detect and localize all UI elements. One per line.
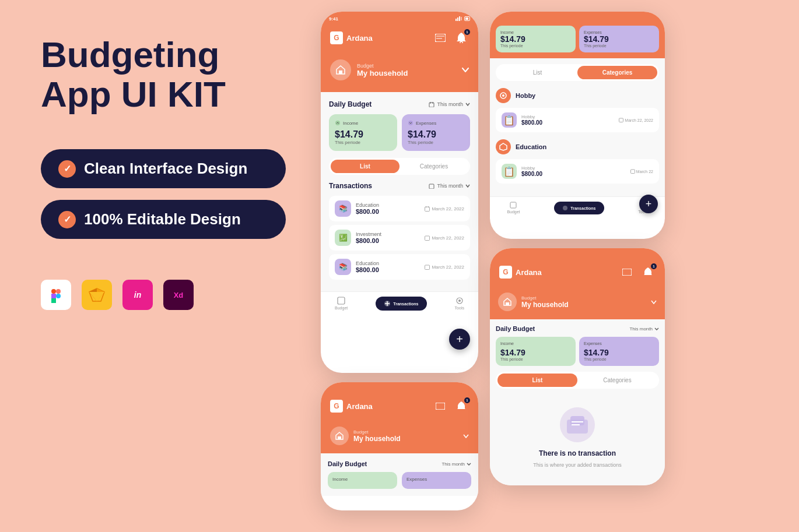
svg-point-27 <box>408 121 413 125</box>
trans-icon-1: 📚 <box>335 200 351 217</box>
tab-bar: List Categories <box>329 158 470 175</box>
category-hobby: Hobby 📋 Hobby $800.00 March 22, 2 <box>496 88 659 132</box>
income-label-bl: Income <box>332 477 393 482</box>
svg-rect-48 <box>510 202 516 208</box>
phone-main-header: G Ardana 1 <box>321 26 478 55</box>
svg-point-44 <box>502 94 504 97</box>
left-panel: Budgeting App UI KIT Clean Interface Des… <box>0 0 321 532</box>
empty-subtitle: This is where your added transactions <box>533 462 622 468</box>
income-label-rb: Income <box>500 341 571 346</box>
budget-name-rb: My household <box>521 301 569 309</box>
svg-rect-28 <box>429 184 434 189</box>
messages-icon-bl[interactable] <box>433 399 448 414</box>
messages-icon[interactable] <box>433 30 448 45</box>
tab-list-rb[interactable]: List <box>497 374 577 387</box>
messages-icon-rb[interactable] <box>619 265 635 280</box>
svg-rect-10 <box>457 17 458 21</box>
income-rt: $14.79 <box>500 34 571 44</box>
transactions-month[interactable]: This month <box>429 183 470 189</box>
phone-right-bottom: G Ardana 1 <box>490 248 665 485</box>
app-name-rb: Ardana <box>516 268 542 277</box>
fab-button-rt[interactable]: + <box>639 195 658 213</box>
right-column: Income $14.79 This periode Expenses $14.… <box>490 12 665 485</box>
nav-tools[interactable]: Tools <box>455 297 464 311</box>
transactions-header: Transactions This month <box>329 182 470 190</box>
svg-rect-29 <box>425 207 430 212</box>
nav-transactions[interactable]: Transactions <box>376 297 426 311</box>
budget-label-bl: Budget <box>353 429 401 435</box>
trans-date-1: March 22, 2022 <box>425 206 464 212</box>
tab-bar-rt: List Categories <box>496 64 659 81</box>
svg-rect-14 <box>465 17 468 20</box>
svg-point-19 <box>460 42 461 43</box>
svg-rect-42 <box>338 436 341 439</box>
bottom-nav: Budget Transactions Tools <box>321 291 478 315</box>
transactions-title: Transactions <box>329 182 372 190</box>
tab-bar-rb: List Categories <box>496 372 659 389</box>
tab-categories-rb[interactable]: Categories <box>577 374 657 387</box>
empty-state: There is no transaction This is where yo… <box>496 396 659 480</box>
center-column: 9:41 G Ardana 1 <box>321 12 478 510</box>
svg-rect-34 <box>338 297 345 304</box>
budget-name: My household <box>357 69 408 77</box>
expense-label-rb: Expenses <box>584 341 654 346</box>
income-period: This periode <box>335 140 391 145</box>
income-amount: $14.79 <box>335 129 391 140</box>
transaction-row-3[interactable]: 📚 Education $800.00 March 22, 2022 <box>329 254 470 280</box>
transaction-row-1[interactable]: 📚 Education $800.00 March 22, 2022 <box>329 196 470 221</box>
phone-main: 9:41 G Ardana 1 <box>321 12 478 373</box>
transaction-row-2[interactable]: 💹 Investment $800.00 March 22, 2022 <box>329 225 470 251</box>
education-item-1[interactable]: 📋 Hobby $800.00 March 22 <box>496 159 659 184</box>
svg-rect-51 <box>622 269 632 276</box>
this-month-rb: This month <box>629 326 653 332</box>
notif-icon-bl[interactable]: 1 <box>454 399 469 414</box>
this-month[interactable]: This month <box>429 101 470 107</box>
check-icon-1 <box>58 160 76 178</box>
svg-rect-23 <box>429 103 434 107</box>
notification-icon[interactable]: 1 <box>454 30 469 45</box>
svg-point-39 <box>458 300 461 302</box>
hobby-cat-icon <box>496 88 511 103</box>
svg-rect-12 <box>461 17 462 20</box>
svg-rect-15 <box>435 34 446 42</box>
empty-title: There is no transaction <box>539 449 616 457</box>
svg-rect-40 <box>436 403 445 410</box>
income-card: Income $14.79 This periode <box>329 114 397 151</box>
expense-rt: $14.79 <box>584 34 654 44</box>
tab-categories-rt[interactable]: Categories <box>577 66 657 79</box>
svg-rect-22 <box>339 71 342 74</box>
budget-section: Budget My household <box>321 55 478 92</box>
feature-badge-2: 100% Editable Design <box>41 200 286 239</box>
expense-amount-rb: $14.79 <box>584 348 654 357</box>
svg-rect-32 <box>425 236 430 241</box>
notif-icon-rb[interactable]: 1 <box>640 265 656 280</box>
fab-button[interactable]: + <box>449 329 470 350</box>
budget-label-rb: Budget <box>521 295 569 301</box>
empty-icon <box>560 407 595 442</box>
phone-right-top: Income $14.79 This periode Expenses $14.… <box>490 12 665 239</box>
phone-body: Daily Budget This month Income $14 <box>321 92 478 291</box>
svg-point-49 <box>563 206 567 210</box>
right-panel: 9:41 G Ardana 1 <box>321 0 799 532</box>
expense-period: This periode <box>408 140 464 145</box>
phone-bottom-left: G Ardana 1 <box>321 382 478 510</box>
nav-budget[interactable]: Budget <box>335 297 348 311</box>
education-title: Education <box>516 143 546 150</box>
tab-categories[interactable]: Categories <box>400 160 468 173</box>
budget-name-bl: My household <box>353 435 401 443</box>
this-month-bl: This month <box>441 461 465 467</box>
tab-list[interactable]: List <box>331 160 400 173</box>
hobby-title: Hobby <box>516 92 535 99</box>
app-logo: G Ardana <box>330 31 373 44</box>
nav-budget-rt[interactable]: Budget <box>507 202 520 214</box>
svg-rect-53 <box>506 302 509 305</box>
svg-marker-46 <box>500 143 507 150</box>
expense-card: Expenses $14.79 This periode <box>402 114 470 151</box>
budget-cards: Income $14.79 This periode Expenses $14.… <box>329 114 470 151</box>
tab-list-rt[interactable]: List <box>497 66 577 79</box>
nav-transactions-rt[interactable]: Transactions <box>554 202 604 214</box>
hobby-item-1[interactable]: 📋 Hobby $800.00 March 22, 2022 <box>496 108 659 132</box>
headline-line2: App UI KIT <box>41 75 286 114</box>
daily-budget-bl: Daily Budget <box>328 460 367 467</box>
svg-rect-47 <box>630 170 635 174</box>
